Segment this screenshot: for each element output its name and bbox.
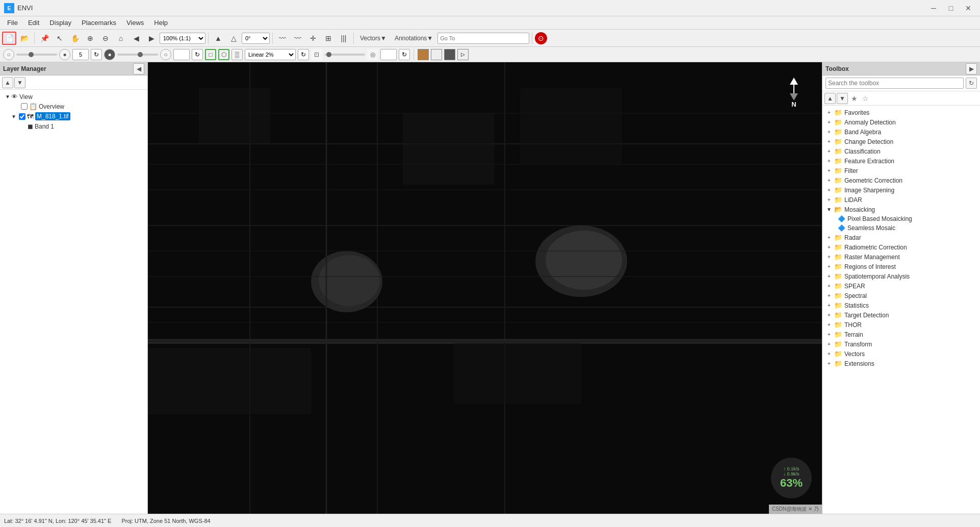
rotate-up2-button[interactable]: △ (226, 32, 241, 45)
vectors-button[interactable]: Vectors ▼ (356, 32, 390, 45)
toolbox-item-pixel-based-mosaicking[interactable]: 🔷 Pixel Based Mosaicking (822, 214, 980, 223)
toolbox-star-filled-btn[interactable]: ★ (849, 93, 859, 104)
toolbox-category-roi[interactable]: + 📁 Regions of Interest (822, 262, 980, 271)
toolbox-category-feature-extraction[interactable]: + 📁 Feature Extraction (822, 156, 980, 166)
spectral-tool-1[interactable]: 〰 (275, 32, 290, 45)
toolbox-category-spectral[interactable]: + 📁 Spectral (822, 291, 980, 300)
toolbox-category-thor[interactable]: + 📁 THOR (822, 320, 980, 330)
cursor-tool[interactable]: ✛ (306, 32, 320, 45)
layer-expand-down-btn[interactable]: ▼ (14, 77, 25, 88)
toolbox-category-target-detection[interactable]: + 📁 Target Detection (822, 310, 980, 320)
toolbox-category-terrain[interactable]: + 📁 Terrain (822, 330, 980, 339)
menu-views[interactable]: Views (121, 18, 149, 28)
toolbox-category-lidar[interactable]: + 📁 LiDAR (822, 195, 980, 205)
zoom-out-button[interactable]: ⊖ (98, 32, 113, 45)
toolbox-search-refresh-btn[interactable]: ↻ (966, 78, 977, 89)
contrast-value[interactable]: 20 (173, 49, 190, 60)
rotate-up-button[interactable]: ▲ (211, 32, 225, 45)
pan-tool[interactable]: ✋ (68, 32, 82, 45)
stretch-mode-btn3[interactable]: ▒ (231, 49, 243, 60)
brightness-slider[interactable] (16, 54, 57, 56)
prev-button[interactable]: ◀ (129, 32, 143, 45)
toolbox-category-filter[interactable]: + 📁 Filter (822, 166, 980, 175)
zoom-tool[interactable]: ⊞ (321, 32, 336, 45)
next-button[interactable]: ▶ (144, 32, 159, 45)
toolbox-category-statistics[interactable]: + 📁 Statistics (822, 300, 980, 310)
annotations-button[interactable]: Annotations ▼ (391, 32, 436, 45)
new-file-button[interactable]: 📄 (2, 32, 16, 45)
color-chip-2[interactable] (431, 49, 442, 60)
menu-display[interactable]: Display (44, 18, 76, 28)
bright-min-btn[interactable]: ○ (3, 49, 14, 60)
toolbox-star-empty-btn[interactable]: ☆ (860, 93, 870, 104)
tree-overview-node[interactable]: 📋 Overview (0, 102, 147, 111)
transparency-refresh-btn[interactable]: ↻ (399, 49, 410, 60)
toolbox-category-radiometric[interactable]: + 📁 Radiometric Correction (822, 242, 980, 252)
toolbox-category-spatiotemporal[interactable]: + 📁 Spatiotemporal Analysis (822, 271, 980, 281)
band-tool[interactable]: ||| (337, 32, 351, 45)
toolbox-category-raster[interactable]: + 📁 Raster Management (822, 252, 980, 262)
close-button[interactable]: ✕ (961, 3, 976, 14)
brightness-value[interactable] (72, 49, 89, 60)
tree-band-node[interactable]: ◼ Band 1 (0, 121, 147, 131)
toolbox-category-anomaly[interactable]: + 📁 Anomaly Detection (822, 117, 980, 127)
transparency-value[interactable]: 0 (380, 49, 397, 60)
stretch-mode-btn2[interactable]: ⬡ (218, 49, 229, 60)
brightness-refresh-btn[interactable]: ↻ (91, 49, 102, 60)
toolbox-category-extensions[interactable]: + 📁 Extensions (822, 359, 980, 368)
rotation-select[interactable]: 0° 90° 180° 270° (242, 33, 270, 44)
stretch-refresh-btn[interactable]: ↻ (298, 49, 309, 60)
stretch-select[interactable]: Linear 2% Linear 5% Equalization Gaussia… (245, 49, 296, 60)
toolbox-category-geometric[interactable]: + 📁 Geometric Correction (822, 175, 980, 185)
toolbox-item-seamless-mosaic[interactable]: 🔷 Seamless Mosaic (822, 223, 980, 233)
minimize-button[interactable]: ─ (926, 3, 941, 14)
color-chip-1[interactable] (418, 49, 429, 60)
menu-file[interactable]: File (2, 18, 23, 28)
contrast-dark-btn[interactable]: ● (104, 49, 115, 60)
tree-file-node[interactable]: ▼ 🗺 M_818_1.tif (0, 111, 147, 121)
home-button[interactable]: ⌂ (114, 32, 128, 45)
goto-input[interactable] (437, 33, 529, 44)
toolbox-category-spear[interactable]: + 📁 SPEAR (822, 281, 980, 291)
pin-button[interactable]: 📌 (37, 32, 51, 45)
menu-help[interactable]: Help (149, 18, 173, 28)
toolbox-category-mosaicking[interactable]: ▼ 📂 Mosaicking (822, 205, 980, 214)
toolbox-down-btn[interactable]: ▼ (837, 93, 848, 104)
toolbox-collapse-btn[interactable]: ▶ (966, 63, 977, 74)
toolbox-search-input[interactable] (826, 78, 964, 89)
toolbox-category-band-algebra[interactable]: + 📁 Band Algebra (822, 127, 980, 137)
map-view[interactable]: N ↑ 0.1k/s ↓ 0.9k/s 63% CSDN@海纳波 ✕ 乃 (148, 62, 822, 514)
overview-checkbox[interactable] (21, 103, 28, 110)
color-chip-4[interactable]: ▷ (457, 49, 469, 60)
stretch-mode-btn[interactable]: □ (205, 49, 216, 60)
file-checkbox[interactable] (19, 113, 25, 120)
pointer-tool[interactable]: ↖ (53, 32, 67, 45)
contrast-slider[interactable] (117, 54, 158, 56)
layer-manager-collapse-btn[interactable]: ◀ (133, 63, 144, 74)
zoom-select[interactable]: 100% (1:1) 50% (1:2) 200% (2:1) 400% (4:… (160, 33, 205, 44)
toolbox-category-change-detection[interactable]: + 📁 Change Detection (822, 137, 980, 146)
toolbox-category-favorites[interactable]: + 📁 Favorites (822, 108, 980, 117)
toolbox-category-classification[interactable]: + 📁 Classification (822, 146, 980, 156)
maximize-button[interactable]: □ (943, 3, 959, 14)
menu-edit[interactable]: Edit (23, 18, 44, 28)
color-chip-3[interactable] (444, 49, 455, 60)
bright-max-btn[interactable]: ● (59, 49, 70, 60)
contrast-refresh-btn[interactable]: ↻ (192, 49, 203, 60)
special-button[interactable]: ⊙ (535, 32, 547, 44)
zoom-in-button[interactable]: ⊕ (83, 32, 97, 45)
open-file-button[interactable]: 📂 (17, 32, 32, 45)
toolbox-category-image-sharpening[interactable]: + 📁 Image Sharpening (822, 185, 980, 195)
menu-placemarks[interactable]: Placemarks (76, 18, 121, 28)
contrast-light-btn[interactable]: ○ (160, 49, 171, 60)
tree-view-node[interactable]: ▼ 👁 View (0, 92, 147, 102)
toolbox-category-transform[interactable]: + 📁 Transform (822, 339, 980, 349)
toolbox-category-vectors[interactable]: + 📁 Vectors (822, 349, 980, 359)
tree-file-toggle[interactable]: ▼ (10, 113, 17, 120)
toolbox-category-radar[interactable]: + 📁 Radar (822, 233, 980, 242)
spectral-tool-2[interactable]: 〰 (291, 32, 305, 45)
tree-view-toggle[interactable]: ▼ (4, 93, 11, 101)
transparency-slider[interactable] (324, 54, 365, 56)
layer-collapse-up-btn[interactable]: ▲ (2, 77, 13, 88)
toolbox-up-btn[interactable]: ▲ (824, 93, 836, 104)
